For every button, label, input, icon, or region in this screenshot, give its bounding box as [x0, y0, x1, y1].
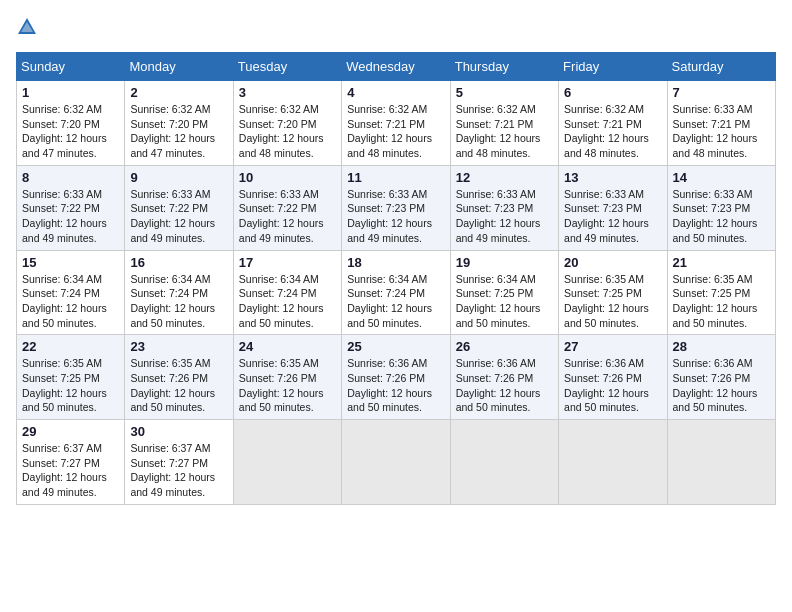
day-number: 28	[673, 339, 770, 354]
day-info: Sunrise: 6:34 AMSunset: 7:24 PMDaylight:…	[130, 272, 227, 331]
day-info: Sunrise: 6:37 AMSunset: 7:27 PMDaylight:…	[22, 441, 119, 500]
calendar-cell: 7Sunrise: 6:33 AMSunset: 7:21 PMDaylight…	[667, 81, 775, 166]
logo-icon	[16, 16, 38, 38]
calendar-cell: 26Sunrise: 6:36 AMSunset: 7:26 PMDayligh…	[450, 335, 558, 420]
calendar-cell: 27Sunrise: 6:36 AMSunset: 7:26 PMDayligh…	[559, 335, 667, 420]
calendar-cell: 1Sunrise: 6:32 AMSunset: 7:20 PMDaylight…	[17, 81, 125, 166]
calendar-cell: 24Sunrise: 6:35 AMSunset: 7:26 PMDayligh…	[233, 335, 341, 420]
day-number: 4	[347, 85, 444, 100]
day-info: Sunrise: 6:36 AMSunset: 7:26 PMDaylight:…	[673, 356, 770, 415]
calendar-cell	[559, 420, 667, 505]
day-number: 5	[456, 85, 553, 100]
day-info: Sunrise: 6:32 AMSunset: 7:20 PMDaylight:…	[239, 102, 336, 161]
calendar-cell: 4Sunrise: 6:32 AMSunset: 7:21 PMDaylight…	[342, 81, 450, 166]
day-info: Sunrise: 6:33 AMSunset: 7:23 PMDaylight:…	[347, 187, 444, 246]
day-info: Sunrise: 6:35 AMSunset: 7:25 PMDaylight:…	[22, 356, 119, 415]
day-number: 18	[347, 255, 444, 270]
day-info: Sunrise: 6:37 AMSunset: 7:27 PMDaylight:…	[130, 441, 227, 500]
day-info: Sunrise: 6:35 AMSunset: 7:26 PMDaylight:…	[239, 356, 336, 415]
column-header-saturday: Saturday	[667, 53, 775, 81]
calendar-cell: 5Sunrise: 6:32 AMSunset: 7:21 PMDaylight…	[450, 81, 558, 166]
calendar-cell: 15Sunrise: 6:34 AMSunset: 7:24 PMDayligh…	[17, 250, 125, 335]
calendar-cell: 13Sunrise: 6:33 AMSunset: 7:23 PMDayligh…	[559, 165, 667, 250]
calendar-cell: 2Sunrise: 6:32 AMSunset: 7:20 PMDaylight…	[125, 81, 233, 166]
day-number: 17	[239, 255, 336, 270]
calendar-week-4: 22Sunrise: 6:35 AMSunset: 7:25 PMDayligh…	[17, 335, 776, 420]
day-info: Sunrise: 6:32 AMSunset: 7:21 PMDaylight:…	[564, 102, 661, 161]
calendar-cell: 8Sunrise: 6:33 AMSunset: 7:22 PMDaylight…	[17, 165, 125, 250]
header	[16, 16, 776, 42]
day-info: Sunrise: 6:33 AMSunset: 7:22 PMDaylight:…	[130, 187, 227, 246]
day-info: Sunrise: 6:32 AMSunset: 7:21 PMDaylight:…	[347, 102, 444, 161]
calendar-cell: 12Sunrise: 6:33 AMSunset: 7:23 PMDayligh…	[450, 165, 558, 250]
day-number: 29	[22, 424, 119, 439]
day-info: Sunrise: 6:32 AMSunset: 7:20 PMDaylight:…	[22, 102, 119, 161]
day-number: 13	[564, 170, 661, 185]
calendar-cell: 6Sunrise: 6:32 AMSunset: 7:21 PMDaylight…	[559, 81, 667, 166]
calendar-cell: 17Sunrise: 6:34 AMSunset: 7:24 PMDayligh…	[233, 250, 341, 335]
day-info: Sunrise: 6:33 AMSunset: 7:23 PMDaylight:…	[456, 187, 553, 246]
column-header-sunday: Sunday	[17, 53, 125, 81]
calendar-cell: 22Sunrise: 6:35 AMSunset: 7:25 PMDayligh…	[17, 335, 125, 420]
calendar-cell: 19Sunrise: 6:34 AMSunset: 7:25 PMDayligh…	[450, 250, 558, 335]
column-header-monday: Monday	[125, 53, 233, 81]
day-number: 8	[22, 170, 119, 185]
day-number: 19	[456, 255, 553, 270]
day-info: Sunrise: 6:36 AMSunset: 7:26 PMDaylight:…	[347, 356, 444, 415]
day-info: Sunrise: 6:35 AMSunset: 7:25 PMDaylight:…	[564, 272, 661, 331]
day-info: Sunrise: 6:34 AMSunset: 7:24 PMDaylight:…	[239, 272, 336, 331]
day-info: Sunrise: 6:33 AMSunset: 7:22 PMDaylight:…	[22, 187, 119, 246]
calendar-cell: 16Sunrise: 6:34 AMSunset: 7:24 PMDayligh…	[125, 250, 233, 335]
calendar-week-3: 15Sunrise: 6:34 AMSunset: 7:24 PMDayligh…	[17, 250, 776, 335]
day-number: 11	[347, 170, 444, 185]
day-info: Sunrise: 6:32 AMSunset: 7:21 PMDaylight:…	[456, 102, 553, 161]
day-info: Sunrise: 6:33 AMSunset: 7:23 PMDaylight:…	[564, 187, 661, 246]
day-number: 14	[673, 170, 770, 185]
day-number: 16	[130, 255, 227, 270]
calendar-cell	[450, 420, 558, 505]
day-info: Sunrise: 6:33 AMSunset: 7:22 PMDaylight:…	[239, 187, 336, 246]
day-number: 10	[239, 170, 336, 185]
calendar-cell: 25Sunrise: 6:36 AMSunset: 7:26 PMDayligh…	[342, 335, 450, 420]
day-info: Sunrise: 6:34 AMSunset: 7:24 PMDaylight:…	[347, 272, 444, 331]
calendar-table: SundayMondayTuesdayWednesdayThursdayFrid…	[16, 52, 776, 505]
day-number: 30	[130, 424, 227, 439]
day-number: 26	[456, 339, 553, 354]
calendar-cell: 3Sunrise: 6:32 AMSunset: 7:20 PMDaylight…	[233, 81, 341, 166]
day-number: 21	[673, 255, 770, 270]
day-info: Sunrise: 6:33 AMSunset: 7:21 PMDaylight:…	[673, 102, 770, 161]
logo	[16, 16, 42, 42]
day-number: 22	[22, 339, 119, 354]
calendar-cell: 14Sunrise: 6:33 AMSunset: 7:23 PMDayligh…	[667, 165, 775, 250]
day-number: 3	[239, 85, 336, 100]
day-number: 7	[673, 85, 770, 100]
calendar-cell: 18Sunrise: 6:34 AMSunset: 7:24 PMDayligh…	[342, 250, 450, 335]
calendar-cell: 28Sunrise: 6:36 AMSunset: 7:26 PMDayligh…	[667, 335, 775, 420]
calendar-cell: 9Sunrise: 6:33 AMSunset: 7:22 PMDaylight…	[125, 165, 233, 250]
day-number: 15	[22, 255, 119, 270]
calendar-cell: 11Sunrise: 6:33 AMSunset: 7:23 PMDayligh…	[342, 165, 450, 250]
day-info: Sunrise: 6:34 AMSunset: 7:24 PMDaylight:…	[22, 272, 119, 331]
day-number: 9	[130, 170, 227, 185]
day-info: Sunrise: 6:33 AMSunset: 7:23 PMDaylight:…	[673, 187, 770, 246]
day-info: Sunrise: 6:36 AMSunset: 7:26 PMDaylight:…	[456, 356, 553, 415]
day-info: Sunrise: 6:36 AMSunset: 7:26 PMDaylight:…	[564, 356, 661, 415]
calendar-header-row: SundayMondayTuesdayWednesdayThursdayFrid…	[17, 53, 776, 81]
column-header-friday: Friday	[559, 53, 667, 81]
column-header-wednesday: Wednesday	[342, 53, 450, 81]
calendar-cell: 10Sunrise: 6:33 AMSunset: 7:22 PMDayligh…	[233, 165, 341, 250]
calendar-cell: 20Sunrise: 6:35 AMSunset: 7:25 PMDayligh…	[559, 250, 667, 335]
calendar-week-2: 8Sunrise: 6:33 AMSunset: 7:22 PMDaylight…	[17, 165, 776, 250]
column-header-tuesday: Tuesday	[233, 53, 341, 81]
day-number: 1	[22, 85, 119, 100]
column-header-thursday: Thursday	[450, 53, 558, 81]
day-number: 6	[564, 85, 661, 100]
calendar-week-1: 1Sunrise: 6:32 AMSunset: 7:20 PMDaylight…	[17, 81, 776, 166]
calendar-cell	[233, 420, 341, 505]
calendar-week-5: 29Sunrise: 6:37 AMSunset: 7:27 PMDayligh…	[17, 420, 776, 505]
calendar-cell	[667, 420, 775, 505]
day-number: 12	[456, 170, 553, 185]
day-info: Sunrise: 6:32 AMSunset: 7:20 PMDaylight:…	[130, 102, 227, 161]
calendar-cell: 21Sunrise: 6:35 AMSunset: 7:25 PMDayligh…	[667, 250, 775, 335]
day-number: 20	[564, 255, 661, 270]
